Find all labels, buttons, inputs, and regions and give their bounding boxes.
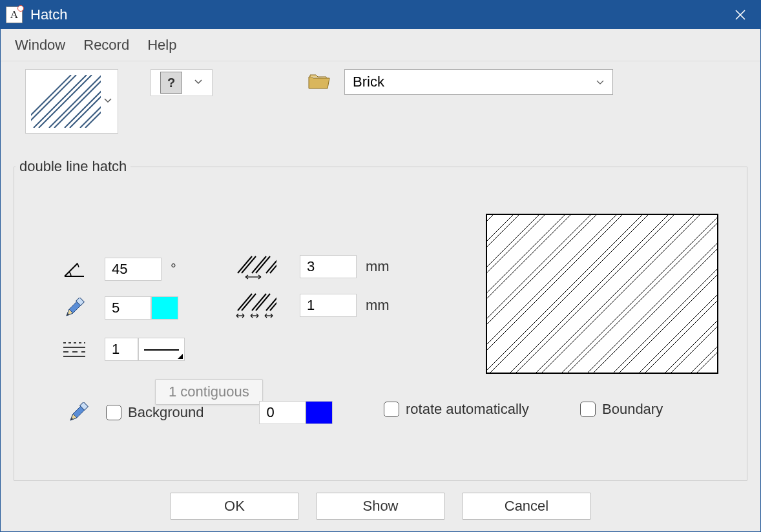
svg-line-42 bbox=[238, 256, 252, 273]
svg-line-34 bbox=[637, 215, 718, 374]
spacing-major-icon bbox=[234, 255, 278, 278]
rotate-auto-label: rotate automatically bbox=[406, 401, 529, 418]
svg-line-1 bbox=[31, 75, 76, 128]
linestyle-picker[interactable] bbox=[138, 338, 185, 361]
spacing-minor-unit: mm bbox=[366, 297, 390, 314]
svg-line-23 bbox=[488, 215, 648, 374]
background-color-swatch[interactable] bbox=[306, 401, 333, 424]
svg-line-16 bbox=[487, 215, 565, 374]
spacing-minor-icon bbox=[234, 294, 278, 317]
ok-button[interactable]: OK bbox=[170, 493, 299, 520]
dialog-buttons: OK Show Cancel bbox=[14, 493, 747, 520]
svg-line-36 bbox=[663, 215, 718, 374]
svg-line-13 bbox=[487, 215, 519, 374]
pen-color-swatch[interactable] bbox=[151, 296, 178, 320]
chevron-down-icon bbox=[596, 74, 605, 90]
dialog-window: A Hatch Window Record Help bbox=[0, 0, 761, 532]
background-checkbox[interactable] bbox=[106, 405, 121, 420]
chevron-down-icon bbox=[194, 77, 203, 88]
pencil-icon bbox=[65, 401, 92, 424]
angle-unit: ° bbox=[171, 261, 176, 278]
background-value-input[interactable] bbox=[259, 401, 306, 424]
background-label: Background bbox=[128, 404, 203, 421]
svg-line-40 bbox=[714, 215, 718, 374]
chevron-down-icon bbox=[103, 96, 112, 107]
angle-icon bbox=[61, 258, 88, 281]
linestyle-icon bbox=[61, 338, 88, 361]
svg-line-32 bbox=[611, 215, 718, 374]
pen-input[interactable] bbox=[105, 296, 151, 320]
svg-line-35 bbox=[643, 215, 718, 374]
hatch-group: double line hatch bbox=[14, 158, 747, 481]
svg-line-27 bbox=[539, 215, 700, 374]
svg-line-28 bbox=[559, 215, 718, 374]
cancel-button[interactable]: Cancel bbox=[462, 493, 591, 520]
boundary-checkbox[interactable] bbox=[580, 402, 596, 417]
window-title: Hatch bbox=[30, 6, 67, 23]
titlebar: A Hatch bbox=[1, 1, 760, 29]
close-button[interactable] bbox=[725, 1, 755, 29]
boundary-label: Boundary bbox=[602, 401, 663, 418]
folder-icon[interactable] bbox=[308, 73, 330, 92]
svg-line-25 bbox=[514, 215, 674, 374]
svg-line-20 bbox=[487, 215, 616, 374]
content-area: ? Brick double line hatch bbox=[1, 61, 760, 531]
svg-line-11 bbox=[487, 215, 493, 374]
hatch-large-preview bbox=[486, 214, 718, 374]
top-row: ? Brick bbox=[14, 69, 747, 140]
spacing-major-unit: mm bbox=[366, 258, 390, 275]
svg-line-19 bbox=[487, 215, 596, 374]
group-legend: double line hatch bbox=[16, 158, 130, 175]
svg-line-30 bbox=[585, 215, 718, 374]
close-icon bbox=[735, 10, 745, 20]
spacing-minor-input[interactable] bbox=[300, 294, 357, 317]
help-dropdown-button[interactable]: ? bbox=[151, 69, 213, 96]
pattern-preview-small bbox=[31, 75, 101, 128]
svg-line-7 bbox=[70, 75, 101, 128]
angle-input[interactable] bbox=[105, 258, 162, 281]
pattern-select-value: Brick bbox=[353, 74, 384, 90]
question-icon: ? bbox=[160, 72, 182, 94]
menu-record[interactable]: Record bbox=[83, 37, 129, 54]
spacing-major-input[interactable] bbox=[300, 255, 357, 278]
svg-line-15 bbox=[487, 215, 545, 374]
svg-line-24 bbox=[508, 215, 668, 374]
app-icon: A bbox=[6, 6, 23, 23]
svg-line-17 bbox=[487, 215, 570, 374]
menubar: Window Record Help bbox=[1, 29, 760, 61]
svg-line-38 bbox=[689, 215, 718, 374]
menu-window[interactable]: Window bbox=[15, 37, 65, 54]
svg-line-26 bbox=[534, 215, 694, 374]
svg-line-3 bbox=[39, 75, 92, 128]
pencil-icon bbox=[61, 296, 88, 320]
rotate-auto-checkbox[interactable] bbox=[384, 402, 399, 417]
pattern-select[interactable]: Brick bbox=[344, 69, 613, 95]
svg-line-50 bbox=[238, 294, 252, 311]
show-button[interactable]: Show bbox=[316, 493, 445, 520]
pattern-preview-dropdown[interactable] bbox=[25, 69, 118, 134]
linestyle-input[interactable] bbox=[105, 338, 138, 361]
menu-help[interactable]: Help bbox=[147, 37, 176, 54]
